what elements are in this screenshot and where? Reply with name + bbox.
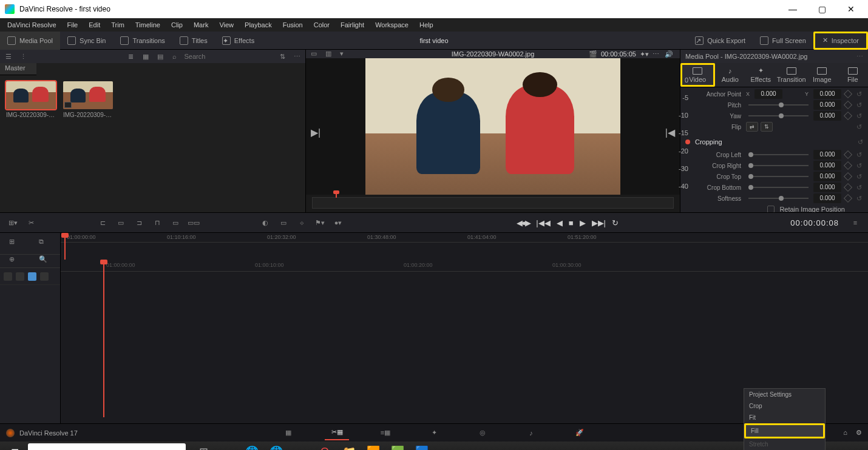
viewer-mini-timeline[interactable] — [312, 197, 674, 209]
snap-icon[interactable]: ⧉ — [39, 238, 51, 250]
inspector-tab-transition[interactable]: Transition — [776, 63, 807, 87]
menu-timeline[interactable]: Timeline — [131, 20, 165, 30]
strip-view-icon[interactable]: ▤ — [155, 52, 165, 61]
flip-h-button[interactable]: ⇄ — [746, 122, 758, 132]
crop-right-field[interactable]: 0.000 — [813, 161, 841, 170]
fusion-page-button[interactable]: ✦ — [422, 426, 446, 440]
taskbar-explorer-icon[interactable]: 📁 — [337, 443, 361, 450]
crop-top-field[interactable]: 0.000 — [813, 172, 841, 181]
track-header[interactable] — [0, 268, 60, 285]
keyframe-button[interactable] — [844, 194, 852, 203]
search-icon[interactable]: ⌕ — [170, 52, 180, 61]
timeline-options-icon[interactable]: ≡ — [849, 216, 862, 229]
menu-help[interactable]: Help — [415, 20, 438, 30]
reset-button[interactable]: ↺ — [855, 90, 863, 98]
timeline-ruler-main[interactable]: 01:00:00:00 01:00:10:00 01:00:20:00 01:0… — [61, 260, 868, 272]
flip-v-button[interactable]: ⇅ — [761, 122, 773, 132]
home-button[interactable]: ⌂ — [843, 429, 847, 437]
menu-app[interactable]: DaVinci Resolve — [2, 20, 61, 30]
taskbar-edge-icon[interactable]: 🌐 — [265, 443, 288, 450]
zoom-tool-icon[interactable]: 🔍 — [39, 255, 51, 267]
menu-fairlight[interactable]: Fairlight — [336, 20, 369, 30]
tool-icon[interactable]: ◐ — [259, 216, 272, 229]
blade-tool-icon[interactable]: ✂ — [24, 216, 38, 229]
pitch-slider[interactable] — [748, 104, 809, 106]
ripple-icon[interactable]: ▭▭ — [187, 216, 200, 229]
search-input[interactable] — [185, 53, 273, 60]
deliver-page-button[interactable]: 🚀 — [568, 426, 592, 440]
options-icon[interactable]: ⋯ — [292, 52, 302, 61]
sort-icon[interactable]: ⇅ — [277, 52, 287, 61]
taskbar-edge2-icon[interactable]: ● — [289, 443, 312, 450]
speaker-icon[interactable]: 🔊 — [663, 50, 675, 58]
keyframe-button[interactable] — [844, 150, 852, 159]
menu-playback[interactable]: Playback — [240, 20, 277, 30]
selection-tool-icon[interactable]: ⊞▾ — [6, 216, 19, 229]
taskbar-app-icon[interactable]: 🟧 — [362, 443, 385, 450]
cut-page-button[interactable]: ✂▦ — [325, 426, 349, 440]
retain-position-checkbox[interactable] — [767, 206, 775, 212]
viewer-dropdown-icon[interactable]: ▾ — [340, 50, 351, 58]
overwrite-clip-icon[interactable]: ▭ — [114, 216, 127, 229]
yaw-slider[interactable] — [748, 115, 809, 116]
reset-button[interactable]: ↺ — [855, 195, 863, 203]
menu-trim[interactable]: Trim — [106, 20, 129, 30]
quick-export-button[interactable]: ↗Quick Export — [688, 32, 753, 50]
play-button[interactable]: ▶ — [580, 218, 586, 227]
close-button[interactable]: ✕ — [839, 0, 863, 18]
keyframe-button[interactable] — [844, 112, 852, 120]
reset-button[interactable]: ↺ — [855, 162, 863, 170]
softness-slider[interactable] — [748, 198, 809, 199]
effects-button[interactable]: ✦Effects — [215, 32, 262, 50]
playhead-main[interactable] — [103, 260, 104, 417]
lock-icon[interactable] — [4, 272, 12, 281]
full-screen-button[interactable]: Full Screen — [753, 32, 813, 50]
step-back-button[interactable]: ◀ — [557, 218, 563, 227]
viewer-options-icon[interactable]: ⋯ — [653, 50, 659, 58]
marker-icon[interactable]: ●▾ — [331, 216, 345, 229]
inspector-menu-icon[interactable]: ⋯ — [856, 53, 863, 61]
crop-left-field[interactable]: 0.000 — [813, 150, 841, 160]
keyframe-button[interactable] — [844, 101, 852, 109]
dropdown-item-fit[interactable]: Fit — [744, 412, 825, 423]
softness-field[interactable]: 0.000 — [813, 193, 841, 203]
list-view-icon[interactable]: ≣ — [126, 52, 136, 61]
last-frame-button[interactable]: ▶▶| — [592, 218, 606, 227]
crop-bottom-field[interactable]: 0.000 — [813, 183, 841, 192]
replace-clip-icon[interactable]: ⊐ — [132, 216, 146, 229]
bin-tab-master[interactable]: Master — [0, 63, 36, 75]
inspector-tab-effects[interactable]: ✦Effects — [745, 63, 776, 87]
inspector-tab-audio[interactable]: ♪Audio — [715, 63, 746, 87]
task-view-button[interactable]: ⊞ — [192, 443, 215, 450]
crop-top-slider[interactable] — [748, 176, 809, 177]
clip-thumb-2[interactable]: IMG-20220309-W... — [63, 81, 113, 118]
fairlight-page-button[interactable]: ♪ — [519, 426, 543, 440]
taskbar-chrome-icon[interactable]: 🌐 — [240, 443, 263, 450]
loop-button[interactable]: ↻ — [612, 218, 619, 227]
keyframe-button[interactable] — [844, 172, 852, 181]
menu-edit[interactable]: Edit — [84, 20, 105, 30]
prev-edit-button[interactable]: ▶| — [311, 127, 320, 138]
taskbar-search[interactable]: ⌕ — [28, 443, 186, 450]
dropdown-item-project-settings[interactable]: Project Settings — [744, 389, 825, 400]
media-pool-button[interactable]: Media Pool — [0, 32, 60, 50]
menu-color[interactable]: Color — [309, 20, 334, 30]
clip-thumb-1[interactable]: IMG-20220309-W... — [6, 81, 56, 118]
first-frame-button[interactable]: |◀◀ — [536, 218, 550, 227]
insert-clip-icon[interactable]: ⊏ — [96, 216, 109, 229]
crop-bottom-slider[interactable] — [748, 187, 809, 188]
minimize-button[interactable]: — — [781, 0, 805, 18]
viewer-mode-icon[interactable]: ▭ — [311, 50, 322, 58]
bin-list-icon[interactable]: ☰ — [4, 52, 13, 61]
edit-page-button[interactable]: ≡▦ — [373, 426, 398, 440]
pitch-field[interactable]: 0.000 — [813, 100, 841, 110]
start-button[interactable]: ⊞ — [2, 443, 27, 450]
reset-button[interactable]: ↺ — [855, 173, 863, 181]
prev-marker-icon[interactable]: ◀●▶ — [517, 218, 530, 227]
color-page-button[interactable]: ◎ — [470, 426, 495, 440]
menu-file[interactable]: File — [63, 20, 83, 30]
keyframe-button[interactable] — [844, 183, 852, 192]
thumb-view-icon[interactable]: ▦ — [141, 52, 151, 61]
menu-view[interactable]: View — [214, 20, 239, 30]
menu-fusion[interactable]: Fusion — [278, 20, 308, 30]
